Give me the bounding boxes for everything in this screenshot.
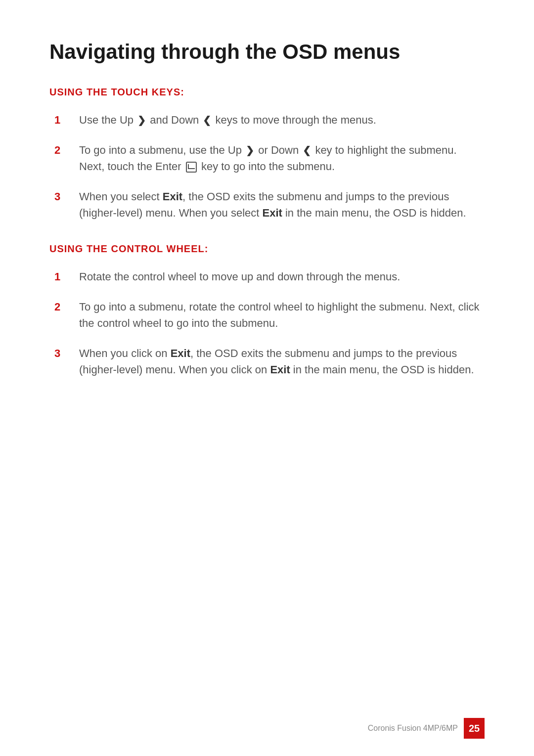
section-touch-keys: Using the touch keys: 1 Use the Up ❯ and… xyxy=(49,87,485,221)
list-text: Use the Up ❯ and Down ❮ keys to move thr… xyxy=(79,112,485,128)
bold-exit: Exit xyxy=(163,190,182,203)
touch-keys-list: 1 Use the Up ❯ and Down ❮ keys to move t… xyxy=(49,112,485,221)
list-item: 2 To go into a submenu, use the Up ❯ or … xyxy=(54,142,485,175)
list-text: To go into a submenu, rotate the control… xyxy=(79,299,485,331)
list-text: When you click on Exit, the OSD exits th… xyxy=(79,345,485,378)
footer-product-name: Coronis Fusion 4MP/6MP xyxy=(368,724,458,733)
list-number: 3 xyxy=(54,188,74,205)
page-footer: Coronis Fusion 4MP/6MP 25 xyxy=(368,718,485,739)
up-arrow-icon: ❯ xyxy=(246,143,254,158)
section-heading-control-wheel: Using the control wheel: xyxy=(49,243,485,255)
list-item: 3 When you select Exit, the OSD exits th… xyxy=(54,188,485,221)
list-number: 1 xyxy=(54,112,74,128)
list-number: 3 xyxy=(54,345,74,361)
control-wheel-list: 1 Rotate the control wheel to move up an… xyxy=(49,268,485,378)
list-text: To go into a submenu, use the Up ❯ or Do… xyxy=(79,142,485,175)
down-arrow-icon: ❮ xyxy=(303,143,311,158)
bold-exit: Exit xyxy=(171,347,190,359)
section-control-wheel: Using the control wheel: 1 Rotate the co… xyxy=(49,243,485,378)
bold-exit: Exit xyxy=(263,207,282,219)
list-text: When you select Exit, the OSD exits the … xyxy=(79,188,485,221)
down-arrow-icon: ❮ xyxy=(203,113,211,128)
list-number: 2 xyxy=(54,299,74,315)
footer-page-number: 25 xyxy=(464,718,485,739)
list-number: 2 xyxy=(54,142,74,158)
list-item: 1 Use the Up ❯ and Down ❮ keys to move t… xyxy=(54,112,485,128)
list-number: 1 xyxy=(54,268,74,285)
section-heading-touch-keys: Using the touch keys: xyxy=(49,87,485,98)
bold-exit: Exit xyxy=(270,363,290,376)
list-item: 3 When you click on Exit, the OSD exits … xyxy=(54,345,485,378)
list-text: Rotate the control wheel to move up and … xyxy=(79,268,485,285)
list-item: 2 To go into a submenu, rotate the contr… xyxy=(54,299,485,331)
page-content: Navigating through the OSD menus Using t… xyxy=(0,0,534,440)
enter-icon xyxy=(186,162,197,173)
up-arrow-icon: ❯ xyxy=(137,113,146,128)
list-item: 1 Rotate the control wheel to move up an… xyxy=(54,268,485,285)
page-title: Navigating through the OSD menus xyxy=(49,40,485,64)
